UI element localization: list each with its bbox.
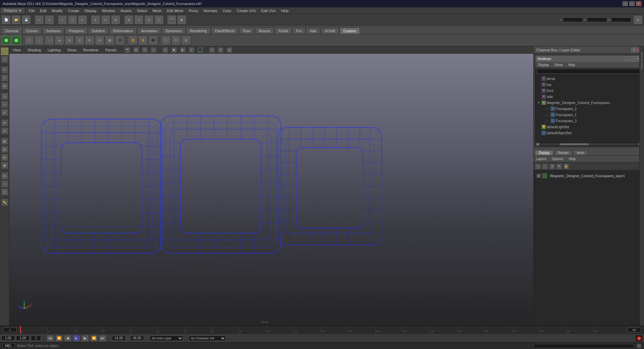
menu-normals[interactable]: Normals [201, 8, 220, 13]
shelf-icon-11[interactable]: 🔆 [128, 36, 138, 45]
tree-item-foursquare2[interactable]: —○ ⬡ Foursquare_2 [535, 106, 642, 112]
tool-lasso[interactable]: ⬡ [68, 15, 77, 24]
tool-soft-mod[interactable]: ◎ [1, 93, 8, 100]
vp-menu-lighting[interactable]: Lighting [46, 47, 63, 53]
shelf-icon-13[interactable]: 🌑 [148, 36, 158, 45]
tool-lasso-mode[interactable]: ⬡ [1, 56, 8, 63]
transport-step-back[interactable]: ◀ [64, 335, 71, 342]
shelf-tab-polygons[interactable]: Polygons [65, 28, 87, 34]
transport-start-field[interactable] [1, 336, 15, 341]
shelf-tab-muscle[interactable]: Muscle [255, 28, 274, 34]
shelf-icon-15[interactable]: ⟳ [171, 36, 181, 45]
timeline-tick-16[interactable]: 16 [430, 326, 434, 334]
shelf-icon-6[interactable]: ⊟ [75, 36, 84, 45]
transport-play-forward[interactable]: ▶ [73, 335, 80, 342]
vp-icon-isolate[interactable]: ⊙ [209, 47, 215, 53]
vp-icon-cameras[interactable]: 📷 [124, 47, 130, 53]
timeline-tick-17[interactable]: 17 [457, 326, 461, 334]
vp-icon-subdiv[interactable]: ◈ [226, 47, 232, 53]
channel-tab-anim[interactable]: Anim [573, 150, 588, 155]
tool-rotate[interactable]: ↻ [101, 15, 110, 24]
menu-help[interactable]: Help [278, 8, 291, 13]
chan-menu-options[interactable]: Options [550, 157, 565, 161]
tree-item-defaultobjectset[interactable]: ⬡ defaultObjectSet [535, 130, 642, 136]
transport-next-key[interactable]: ⏩ [90, 335, 98, 342]
shelf-tab-fluids[interactable]: Fluids [275, 28, 292, 34]
outliner-search-input[interactable] [537, 69, 641, 74]
tree-item-foursquare3[interactable]: —○ ⬡ Foursquare_3 [535, 118, 642, 124]
tool-snap-surface-left[interactable]: ◫ [1, 188, 8, 196]
channel-tab-display[interactable]: Display [535, 150, 553, 155]
tool-region-4[interactable]: ▣ [1, 162, 8, 169]
tool-snap-point[interactable]: ◎ [144, 15, 154, 24]
menu-color[interactable]: Color [220, 8, 234, 13]
timeline-tick-15[interactable]: 15 [402, 326, 407, 334]
menu-display[interactable]: Display [82, 8, 99, 13]
coord-x-input[interactable] [563, 17, 583, 22]
tool-open[interactable]: 📂 [11, 15, 21, 24]
timeline-tick-4[interactable]: 4 [102, 326, 104, 334]
vp-icon-grid[interactable]: ⊞ [133, 47, 139, 53]
menu-polygons-dropdown[interactable]: Polygons ▼ [1, 8, 24, 13]
timeline-tick-9[interactable]: 9 [238, 326, 241, 334]
tool-show-manipulator[interactable]: ⊕ [1, 119, 8, 127]
vp-icon-frame-all[interactable]: ⬡ [142, 47, 148, 53]
menu-modify[interactable]: Modify [49, 8, 65, 13]
menu-edit[interactable]: Edit [38, 8, 49, 13]
outliner-scrollbar-thumb[interactable] [560, 143, 589, 145]
shelf-tab-subdivs[interactable]: Subdivs [88, 28, 109, 34]
expand-front[interactable] [537, 89, 541, 93]
tree-item-persp[interactable]: 📷 persp [535, 76, 642, 82]
menu-edit-uvs[interactable]: Edit UVs [259, 8, 278, 13]
timeline-tick-22[interactable]: 22 [594, 326, 598, 334]
shelf-icon-8[interactable]: ⊗ [95, 36, 104, 45]
tool-region-2[interactable]: ▥ [1, 146, 8, 153]
timeline-playhead[interactable] [20, 326, 21, 334]
shelf-icon-1[interactable]: ⬡ [24, 36, 34, 45]
shelf-icon-14[interactable]: ↖ [161, 36, 171, 45]
tool-move[interactable]: ✛ [91, 15, 100, 24]
menu-mesh[interactable]: Mesh [150, 8, 164, 13]
shelf-icon-3[interactable]: ○ [45, 36, 54, 45]
shelf-icon-4[interactable]: ◈ [55, 36, 64, 45]
timeline-tick-10[interactable]: 10 [266, 326, 270, 334]
chan-icon-layer-settings[interactable]: ⚙ [549, 163, 555, 169]
expand-defaultlightset[interactable] [537, 125, 541, 129]
shelf-icon-16[interactable]: ⊞ [181, 36, 191, 45]
vp-menu-panels[interactable]: Panels [103, 47, 119, 53]
tree-item-side[interactable]: 📷 side [535, 94, 642, 100]
shelf-tab-custom[interactable]: Custom [340, 28, 360, 34]
outliner-menu-help[interactable]: Help [567, 63, 577, 67]
transport-prev-key[interactable]: ⏪ [55, 335, 63, 342]
menu-edit-mesh[interactable]: Edit Mesh [164, 8, 186, 13]
shelf-tab-animation[interactable]: Animation [138, 28, 161, 34]
tool-new[interactable]: 📄 [1, 15, 11, 24]
expand-foursquare1[interactable] [541, 113, 545, 117]
vp-icon-textured[interactable]: ◧ [180, 47, 186, 53]
chan-menu-layers[interactable]: Layers [535, 157, 548, 161]
vp-menu-view[interactable]: View [11, 47, 23, 53]
timeline-tick-7[interactable]: 7 [184, 326, 186, 334]
timeline-tick-3[interactable]: 3 [75, 326, 77, 334]
layer-vis-btn-1[interactable]: V [536, 173, 541, 178]
tool-sculpt[interactable]: ✏ [1, 101, 8, 108]
chan-icon-layer-vis[interactable]: 👁 [556, 163, 562, 169]
tool-measure[interactable]: 📏 [1, 199, 8, 206]
expand-defaultobjectset[interactable] [537, 131, 541, 135]
expand-foursquare2[interactable] [541, 107, 545, 111]
maximize-button[interactable]: □ [629, 1, 635, 6]
timeline-tick-13[interactable]: 13 [348, 326, 352, 334]
chan-icon-layer-lock[interactable]: 🔒 [563, 163, 569, 169]
tool-snap-grid[interactable]: ⊞ [124, 15, 133, 24]
transport-autokey-btn[interactable]: ⬤ [635, 335, 643, 342]
transport-end-field[interactable] [130, 336, 144, 341]
shelf-icon-9[interactable]: ▦ [105, 36, 114, 45]
timeline-tick-2[interactable]: 2 [47, 326, 50, 334]
autokey-btn[interactable]: ⬤ [1, 36, 11, 45]
transport-step-forward[interactable]: ▶ [82, 335, 89, 342]
channel-tab-render[interactable]: Render [554, 150, 573, 155]
chan-icon-new-layer[interactable]: + [535, 163, 541, 169]
vp-icon-lighting-toggle[interactable]: ☀ [189, 47, 195, 53]
vp-icon-smooth[interactable]: ◼ [171, 47, 177, 53]
minimize-button[interactable]: — [623, 1, 628, 6]
